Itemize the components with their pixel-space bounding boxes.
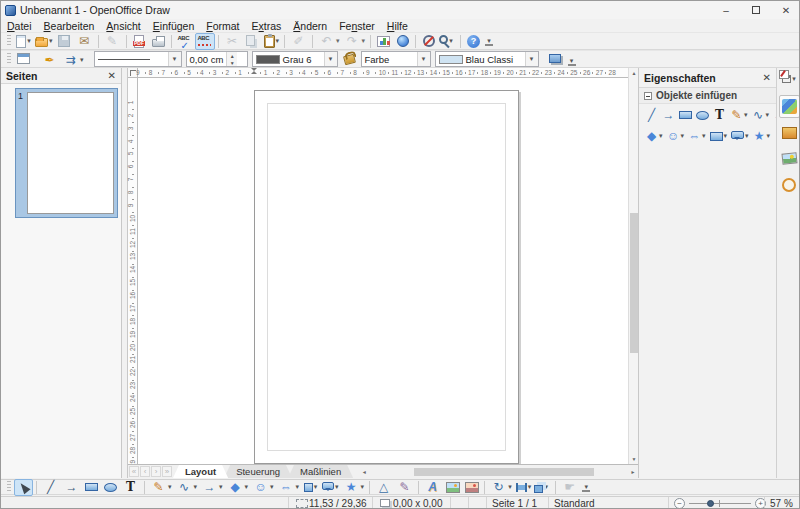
redo-dropdown[interactable]: ▾ [362,37,366,45]
gallery-tab[interactable] [779,121,800,144]
symbol-shapes-button[interactable]: ☺▾ [665,128,687,144]
layer-tab-layout[interactable]: Layout [173,465,228,478]
connector-dropdown[interactable]: ▾ [194,483,198,491]
lines-and-arrows-dropdown[interactable]: ▾ [219,483,223,491]
alignment-button[interactable]: ▾ [514,479,534,496]
stars-dropdown[interactable]: ▾ [361,483,365,491]
fontwork-gallery-button[interactable]: A [422,479,443,496]
spin-down-icon[interactable]: ▼ [227,59,237,66]
connector-button[interactable]: ∿▾ [174,479,200,496]
basic-shapes-button[interactable]: ◆▾ [643,128,665,144]
flowcharts-button[interactable]: ▾ [708,128,730,144]
arrange-dropdown[interactable]: ▾ [544,483,548,491]
lines-and-arrows-button[interactable]: →▾ [199,479,225,496]
next-page-button[interactable]: › [151,466,161,477]
block-arrows-dropdown[interactable]: ▾ [296,483,300,491]
page-thumbnail[interactable]: 1 [15,88,118,218]
line-color-combo[interactable]: Grau 6 ▼ [252,51,338,67]
styles-window-button[interactable] [14,50,33,67]
stars-dropdown[interactable]: ▾ [767,132,771,140]
menu-bearbeiten[interactable]: Bearbeiten [38,20,101,32]
stars-button[interactable]: ★▾ [341,479,367,496]
hyperlink-button[interactable] [393,33,412,50]
menu-hilfe[interactable]: Hilfe [381,20,414,32]
callouts-dropdown[interactable]: ▾ [335,483,339,491]
block-arrows-dropdown[interactable]: ▾ [702,132,706,140]
insert-objects-section-header[interactable]: Objekte einfügen [639,88,776,104]
horizontal-scroll-thumb[interactable] [414,468,594,476]
toolbar-grip[interactable] [7,53,11,65]
freehand-line-button[interactable]: ✎▾ [728,107,750,123]
vertical-ruler[interactable]: 1234567891011121314151617181920212223242… [128,78,138,464]
rectangle-button[interactable] [82,479,101,496]
line-dialog-button[interactable]: ✒ [39,51,60,68]
pages-panel-close-button[interactable]: ✕ [108,70,116,81]
navigator-tab[interactable] [779,173,800,196]
paste-button[interactable]: ▾ [262,33,282,50]
vertical-scroll-thumb[interactable] [630,213,638,353]
insert-picture-button[interactable] [443,479,462,496]
menu-extras[interactable]: Extras [246,20,288,32]
transformations-dropdown[interactable]: ▾ [508,483,512,491]
menu-einfgen[interactable]: Einfügen [147,20,200,32]
maximize-button[interactable] [741,1,771,19]
collapse-icon[interactable] [644,92,652,100]
auto-spellcheck-button[interactable] [195,33,215,50]
toolbar-options-button[interactable]: ▾ [566,53,578,70]
shadow-button[interactable] [547,51,566,68]
spin-up-icon[interactable]: ▲ [227,52,237,59]
gallery-button[interactable] [462,479,481,496]
properties-tab[interactable] [779,95,800,118]
menu-datei[interactable]: Datei [1,20,38,32]
symbol-shapes-button[interactable]: ☺▾ [250,479,276,496]
insert-ellipse-button[interactable] [694,107,711,123]
callouts-button[interactable]: ▾ [729,128,751,144]
menu-ndern[interactable]: Ändern [287,20,333,32]
zoom-out-button[interactable]: − [674,498,685,509]
zoom-dropdown[interactable]: ▾ [449,37,453,45]
drawing-page[interactable] [254,90,519,464]
zoom-button[interactable]: ▾ [438,33,457,50]
combo-arrow-icon[interactable]: ▼ [525,52,538,66]
toolbar-options-button[interactable]: ▾ [483,33,495,50]
basic-shapes-dropdown[interactable]: ▾ [659,132,663,140]
document-as-email-button[interactable]: ✉ [74,33,95,50]
insert-line-button[interactable]: ╱ [643,107,660,123]
menu-ansicht[interactable]: Ansicht [100,20,146,32]
block-arrows-button[interactable]: ⇔▾ [686,128,708,144]
callouts-button[interactable]: ▾ [320,479,341,496]
basic-shapes-dropdown[interactable]: ▾ [245,483,249,491]
insert-rectangle-button[interactable] [677,107,694,123]
insert-chart-button[interactable] [374,33,393,50]
show-draw-functions-button[interactable] [419,33,438,50]
new-document-dropdown[interactable]: ▾ [27,37,31,45]
freehand-line-button[interactable]: ✎▾ [148,479,174,496]
edit-points-button[interactable]: △ [373,479,394,496]
export-as-pdf-button[interactable] [130,33,149,50]
combo-arrow-icon[interactable]: ▼ [324,52,337,66]
spellcheck-button[interactable] [175,33,195,50]
area-dialog-button[interactable] [340,50,359,67]
insert-text-box-button[interactable]: T [711,107,728,123]
arrange-button[interactable]: ▾ [533,479,552,496]
fill-color-combo[interactable]: Blau Classi ▼ [435,51,539,67]
connector-dropdown[interactable]: ▾ [766,111,770,119]
fill-style-combo[interactable]: Farbe ▼ [361,51,431,67]
previous-page-button[interactable]: ‹ [140,466,150,477]
zoom-percent-cell[interactable]: 57 % [764,497,800,509]
insert-arrow-button[interactable]: → [660,107,677,123]
minimize-button[interactable]: – [711,1,741,19]
close-button[interactable]: ✕ [771,1,800,19]
undo-dropdown[interactable]: ▾ [336,37,340,45]
arrow-styles-button[interactable]: ⇉▾ [60,51,86,68]
flowcharts-dropdown[interactable]: ▾ [314,483,318,491]
print-button[interactable] [149,33,168,50]
horizontal-scrollbar[interactable]: ◄ ► [359,465,638,479]
new-document-button[interactable]: ▾ [14,33,33,50]
select-button[interactable] [14,479,33,496]
paste-dropdown[interactable]: ▾ [276,37,280,45]
scroll-right-button[interactable]: ► [628,467,638,477]
layer-tab-malinien[interactable]: Maßlinien [288,465,353,478]
open-button[interactable]: ▾ [33,33,55,50]
toolbar-options-button[interactable]: ▾ [580,479,592,496]
